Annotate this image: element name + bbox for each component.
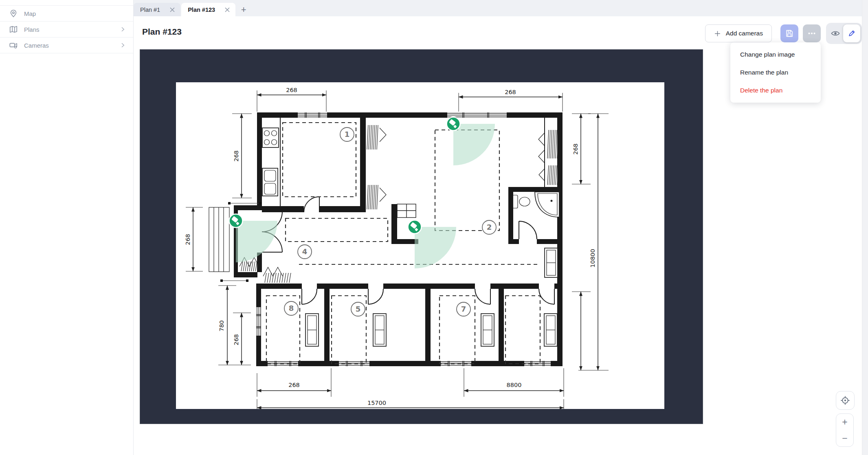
- plan-canvas[interactable]: 268 268 268 268 780 268 268: [140, 49, 703, 424]
- dim-label: 268: [286, 87, 297, 93]
- room-number: 4: [302, 247, 308, 256]
- tab-bar: Plan #1 Plan #123 +: [134, 0, 868, 16]
- camera-marker[interactable]: [408, 220, 457, 269]
- eye-icon: [831, 29, 840, 38]
- camera-fov-wedge: [453, 124, 495, 165]
- menu-item-delete-plan[interactable]: Delete the plan: [730, 81, 821, 99]
- tab-label: Plan #1: [140, 7, 160, 13]
- locate-button[interactable]: [836, 391, 855, 410]
- add-cameras-button[interactable]: Add cameras: [705, 24, 772, 42]
- dim-label: 15700: [367, 400, 386, 406]
- dim-label: 268: [505, 89, 516, 95]
- page-title: Plan #123: [142, 27, 182, 37]
- save-button[interactable]: [780, 24, 798, 42]
- tab-label: Plan #123: [188, 7, 215, 13]
- sidebar-item-cameras[interactable]: Cameras: [0, 37, 133, 53]
- dim-label: 8800: [507, 382, 522, 388]
- map-icon: [9, 25, 18, 34]
- toolbar: Add cameras: [705, 23, 862, 44]
- sidebar-item-label: Cameras: [24, 42, 49, 49]
- ellipsis-icon: [807, 29, 817, 38]
- room-number: 2: [487, 223, 492, 231]
- camera-marker[interactable]: [229, 214, 278, 263]
- dim-label: 268: [185, 234, 191, 245]
- save-icon: [785, 29, 794, 38]
- camera-fov-wedge: [236, 221, 277, 262]
- dim-label: 780: [218, 320, 225, 332]
- menu-item-rename-plan[interactable]: Rename the plan: [730, 64, 821, 81]
- camera-fov-wedge: [415, 227, 456, 268]
- view-mode-button[interactable]: [828, 24, 843, 42]
- more-options-button[interactable]: [803, 24, 821, 42]
- room-number: 7: [461, 305, 466, 313]
- map-pin-icon: [9, 9, 18, 18]
- chevron-right-icon: [119, 26, 126, 33]
- plan-options-menu: Change plan image Rename the plan Delete…: [730, 42, 821, 103]
- pencil-icon: [847, 29, 856, 38]
- tab-close-icon[interactable]: [170, 7, 175, 12]
- sidebar-item-label: Plans: [24, 26, 40, 33]
- zoom-control: + −: [836, 413, 854, 447]
- sidebar-item-plans[interactable]: Plans: [0, 22, 133, 37]
- sidebar-list: Map Plans Cameras: [0, 5, 133, 53]
- add-tab-button[interactable]: +: [235, 3, 252, 16]
- dim-label: 268: [233, 334, 240, 345]
- camera-marker[interactable]: [447, 117, 495, 166]
- dim-label: 268: [288, 382, 300, 388]
- edit-mode-button[interactable]: [843, 24, 860, 42]
- room-number: 5: [356, 305, 361, 313]
- tab-plan-123[interactable]: Plan #123: [181, 3, 235, 16]
- plus-icon: [714, 30, 721, 37]
- scrollbar[interactable]: [862, 0, 868, 455]
- tab-plan-1[interactable]: Plan #1: [134, 3, 180, 16]
- sidebar-item-label: Map: [24, 10, 36, 17]
- tab-close-icon[interactable]: [225, 7, 230, 12]
- zoom-in-button[interactable]: +: [836, 414, 853, 430]
- camera-icon: [9, 41, 18, 50]
- floor-plan-image: 268 268 268 268 780 268 268: [176, 82, 664, 409]
- dim-label: 10800: [589, 249, 596, 268]
- zoom-out-button[interactable]: −: [836, 430, 853, 446]
- view-edit-toggle: [826, 23, 862, 44]
- dim-label: 268: [233, 150, 240, 162]
- menu-item-change-plan-image[interactable]: Change plan image: [730, 46, 821, 64]
- crosshair-icon: [840, 395, 850, 406]
- room-number: 8: [289, 304, 294, 312]
- room-number: 1: [345, 130, 350, 138]
- chevron-right-icon: [119, 42, 126, 48]
- plan-walls: [234, 112, 563, 366]
- sidebar-item-map[interactable]: Map: [0, 6, 133, 22]
- dim-label: 268: [572, 143, 579, 155]
- add-cameras-label: Add cameras: [726, 30, 763, 37]
- sidebar: Map Plans Cameras: [0, 0, 134, 455]
- floor-plan-svg: 268 268 268 268 780 268 268: [176, 82, 664, 409]
